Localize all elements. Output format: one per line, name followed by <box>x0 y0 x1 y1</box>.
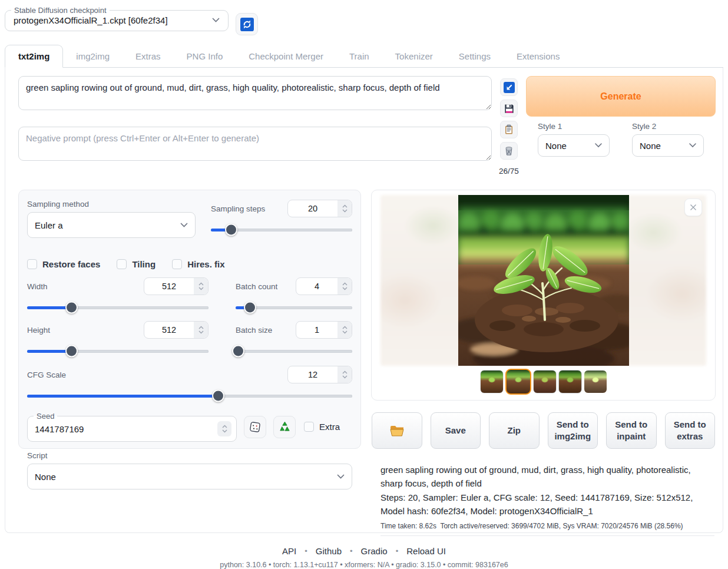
version-info: python: 3.10.6 • torch: 1.13.1+cu117 • x… <box>5 561 723 569</box>
stepper-arrows-icon[interactable] <box>337 322 352 338</box>
height-slider[interactable] <box>27 346 209 356</box>
width-slider[interactable] <box>27 302 209 313</box>
style1-dropdown[interactable]: None <box>538 134 610 157</box>
sampling-steps-input[interactable]: 20 <box>287 200 352 217</box>
batch-count-slider[interactable] <box>236 302 352 313</box>
generated-image[interactable] <box>458 195 629 366</box>
hires-fix-checkbox[interactable]: Hires. fix <box>172 259 224 269</box>
checkbox-box[interactable] <box>117 259 127 269</box>
thumbnail-4[interactable] <box>558 370 582 393</box>
clipboard-icon <box>504 124 514 135</box>
tiling-label: Tiling <box>132 259 155 269</box>
thumbnail-3[interactable] <box>533 370 557 393</box>
batch-size-value: 1 <box>296 322 337 338</box>
zip-button[interactable]: Zip <box>489 412 540 449</box>
script-label: Script <box>27 451 352 460</box>
checkbox-box[interactable] <box>304 422 314 432</box>
stepper-arrows-icon[interactable] <box>337 278 352 295</box>
extra-label: Extra <box>319 422 340 432</box>
restore-faces-checkbox[interactable]: Restore faces <box>27 259 100 269</box>
seed-input[interactable]: Seed 1441787169 <box>27 412 237 442</box>
clear-prompt-button[interactable] <box>500 142 518 160</box>
script-dropdown[interactable]: None <box>27 464 352 489</box>
tab-train[interactable]: Train <box>336 45 382 67</box>
tab-checkpoint-merger[interactable]: Checkpoint Merger <box>236 45 336 67</box>
send-to-img2img-button[interactable]: Send to img2img <box>548 412 598 449</box>
batch-count-input[interactable]: 4 <box>296 277 352 295</box>
output-panel: Save Zip Send to img2img Send to inpaint… <box>371 190 716 536</box>
sampling-steps-label: Sampling steps <box>211 204 265 213</box>
batch-size-slider[interactable] <box>236 346 352 356</box>
height-value: 512 <box>144 322 194 338</box>
checkbox-box[interactable] <box>172 259 182 269</box>
seed-label: Seed <box>34 412 57 421</box>
footer-link-gradio[interactable]: Gradio <box>361 546 388 556</box>
tab-extras[interactable]: Extras <box>123 45 174 67</box>
prompt-input[interactable]: green sapling rowing out of ground, mud,… <box>18 76 492 110</box>
tab-txt2img[interactable]: txt2img <box>5 45 63 68</box>
hires-fix-label: Hires. fix <box>187 259 224 269</box>
cfg-scale-label: CFG Scale <box>27 370 66 379</box>
random-seed-button[interactable] <box>244 416 266 438</box>
gallery-thumbnails <box>372 369 715 395</box>
negative-prompt-input[interactable] <box>18 127 492 161</box>
batch-size-input[interactable]: 1 <box>296 321 352 339</box>
footer: API • Github • Gradio • Reload UI python… <box>5 546 723 569</box>
info-time-text: Time taken: 8.62s Torch active/reserved:… <box>380 522 714 536</box>
tiling-checkbox[interactable]: Tiling <box>117 259 155 269</box>
info-params-text: Steps: 20, Sampler: Euler a, CFG scale: … <box>380 491 714 518</box>
thumbnail-5[interactable] <box>584 370 607 393</box>
bullet-separator: • <box>305 547 307 555</box>
sampling-steps-slider[interactable] <box>211 224 352 235</box>
footer-link-reload-ui[interactable]: Reload UI <box>406 546 446 556</box>
trash-icon <box>504 145 514 156</box>
width-input[interactable]: 512 <box>144 277 209 295</box>
recycle-icon <box>279 421 291 433</box>
style2-dropdown[interactable]: None <box>632 134 704 157</box>
adjacent-image-right[interactable] <box>626 195 706 366</box>
checkbox-box[interactable] <box>27 259 37 269</box>
cfg-scale-input[interactable]: 12 <box>287 366 352 383</box>
stepper-arrows-icon[interactable] <box>337 200 352 217</box>
stepper-arrows-icon[interactable] <box>217 421 231 436</box>
apply-style-button[interactable] <box>500 121 518 138</box>
tab-png-info[interactable]: PNG Info <box>174 45 236 67</box>
thumbnail-1[interactable] <box>480 370 504 393</box>
close-icon <box>689 203 697 211</box>
refresh-checkpoints-button[interactable] <box>236 13 258 35</box>
send-to-inpaint-button[interactable]: Send to inpaint <box>606 412 657 449</box>
sampling-method-label: Sampling method <box>27 200 196 209</box>
txt2img-panel: green sapling rowing out of ground, mud,… <box>5 68 723 533</box>
adjacent-image-left[interactable] <box>380 195 461 366</box>
chevron-down-icon <box>689 143 696 148</box>
footer-link-github[interactable]: Github <box>316 546 342 556</box>
footer-link-api[interactable]: API <box>282 546 296 556</box>
info-prompt-text: green sapling rowing out of ground, mud,… <box>380 463 714 491</box>
stepper-arrows-icon[interactable] <box>194 322 208 338</box>
generate-button[interactable]: Generate <box>526 76 716 117</box>
bullet-separator: • <box>350 547 353 555</box>
checkpoint-dropdown[interactable]: Stable Diffusion checkpoint protogenX34O… <box>5 6 229 31</box>
save-style-button[interactable] <box>500 100 518 117</box>
stepper-arrows-icon[interactable] <box>337 366 352 383</box>
send-to-extras-button[interactable]: Send to extras <box>665 412 716 449</box>
restore-faces-label: Restore faces <box>42 259 100 269</box>
paste-params-button[interactable] <box>500 78 518 96</box>
close-preview-button[interactable] <box>684 199 702 216</box>
chevron-down-icon <box>595 143 602 148</box>
tab-img2img[interactable]: img2img <box>63 45 123 67</box>
thumbnail-2-selected[interactable] <box>505 369 531 395</box>
save-button[interactable]: Save <box>431 412 481 449</box>
extra-seed-checkbox[interactable]: Extra <box>304 422 340 432</box>
reuse-seed-button[interactable] <box>273 416 296 438</box>
height-input[interactable]: 512 <box>144 321 209 339</box>
tab-tokenizer[interactable]: Tokenizer <box>382 45 446 67</box>
sampling-method-value: Euler a <box>35 220 63 230</box>
stepper-arrows-icon[interactable] <box>194 278 208 295</box>
style2-value: None <box>640 141 661 151</box>
tab-extensions[interactable]: Extensions <box>504 45 573 67</box>
open-folder-button[interactable] <box>372 412 422 449</box>
sampling-method-dropdown[interactable]: Euler a <box>27 212 196 238</box>
tab-settings[interactable]: Settings <box>446 45 504 67</box>
cfg-scale-slider[interactable] <box>27 391 352 401</box>
